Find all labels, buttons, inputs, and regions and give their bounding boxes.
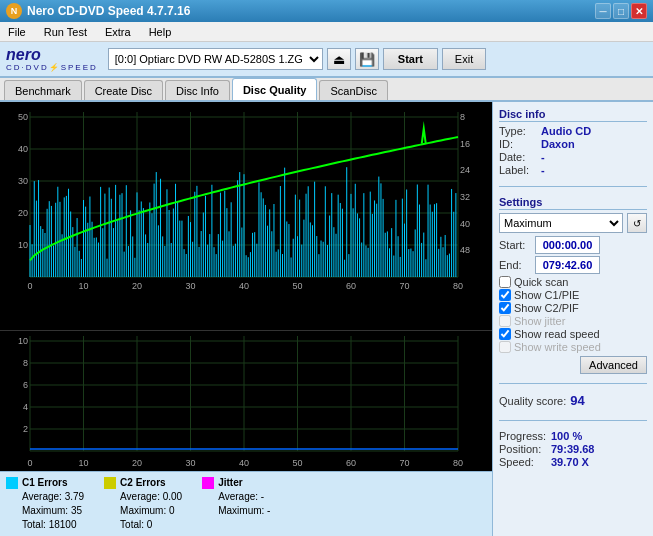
- chart-area: C1 Errors Average: 3.79 Maximum: 35 Tota…: [0, 102, 493, 536]
- lower-chart: [0, 331, 492, 471]
- divider-2: [499, 383, 647, 384]
- disc-date-label: Date:: [499, 151, 537, 163]
- quality-score-label: Quality score:: [499, 395, 566, 407]
- c2-color-swatch: [104, 477, 116, 489]
- show-read-speed-checkbox[interactable]: [499, 328, 511, 340]
- show-c1-row: Show C1/PIE: [499, 289, 647, 301]
- jitter-avg-label: Average: -: [218, 490, 270, 504]
- advanced-button[interactable]: Advanced: [580, 356, 647, 374]
- toolbar: nero CD·DVD⚡SPEED [0:0] Optiarc DVD RW A…: [0, 42, 653, 78]
- show-read-speed-label: Show read speed: [514, 328, 600, 340]
- show-c2-checkbox[interactable]: [499, 302, 511, 314]
- c1-max-label: Maximum: 35: [22, 504, 84, 518]
- speed-select[interactable]: Maximum: [499, 213, 623, 233]
- progress-value: 100 %: [551, 430, 582, 442]
- jitter-max-label: Maximum: -: [218, 504, 270, 518]
- drive-select[interactable]: [0:0] Optiarc DVD RW AD-5280S 1.ZG: [108, 48, 323, 70]
- quick-scan-row: Quick scan: [499, 276, 647, 288]
- show-jitter-checkbox: [499, 315, 511, 327]
- c2-title: C2 Errors: [120, 476, 182, 490]
- divider-3: [499, 420, 647, 421]
- right-panel: Disc info Type: Audio CD ID: Daxon Date:…: [493, 102, 653, 536]
- menu-help[interactable]: Help: [145, 23, 176, 41]
- speed-value: 39.70 X: [551, 456, 589, 468]
- c2-total-label: Total: 0: [120, 518, 182, 532]
- progress-row: Progress: 100 %: [499, 430, 647, 442]
- settings-title: Settings: [499, 196, 647, 210]
- disc-type-row: Type: Audio CD: [499, 125, 647, 137]
- show-c1-checkbox[interactable]: [499, 289, 511, 301]
- maximize-button[interactable]: □: [613, 3, 629, 19]
- disc-label-row: Label: -: [499, 164, 647, 176]
- end-time-label: End:: [499, 259, 531, 271]
- disc-id-value: Daxon: [541, 138, 575, 150]
- app-icon: N: [6, 3, 22, 19]
- menu-bar: File Run Test Extra Help: [0, 22, 653, 42]
- nero-text: nero: [6, 47, 41, 63]
- disc-type-value: Audio CD: [541, 125, 591, 137]
- menu-file[interactable]: File: [4, 23, 30, 41]
- quality-score-value: 94: [570, 393, 584, 408]
- quick-scan-label: Quick scan: [514, 276, 568, 288]
- tab-create-disc[interactable]: Create Disc: [84, 80, 163, 100]
- divider-1: [499, 186, 647, 187]
- end-time-input[interactable]: [535, 256, 600, 274]
- jitter-color-swatch: [202, 477, 214, 489]
- progress-label: Progress:: [499, 430, 547, 442]
- end-time-row: End:: [499, 256, 647, 274]
- tab-benchmark[interactable]: Benchmark: [4, 80, 82, 100]
- quality-score-row: Quality score: 94: [499, 393, 647, 408]
- c1-title: C1 Errors: [22, 476, 84, 490]
- nero-sub: CD·DVD⚡SPEED: [6, 63, 98, 72]
- disc-label-value: -: [541, 164, 545, 176]
- legend-c2: C2 Errors Average: 0.00 Maximum: 0 Total…: [104, 476, 182, 532]
- tab-disc-quality[interactable]: Disc Quality: [232, 78, 318, 100]
- show-write-speed-label: Show write speed: [514, 341, 601, 353]
- eject-icon-btn[interactable]: ⏏: [327, 48, 351, 70]
- quick-scan-checkbox[interactable]: [499, 276, 511, 288]
- disc-date-value: -: [541, 151, 545, 163]
- menu-extra[interactable]: Extra: [101, 23, 135, 41]
- window-title: Nero CD-DVD Speed 4.7.7.16: [27, 4, 190, 18]
- refresh-icon-btn[interactable]: ↺: [627, 213, 647, 233]
- tab-scan-disc[interactable]: ScanDisc: [319, 80, 387, 100]
- close-button[interactable]: ✕: [631, 3, 647, 19]
- show-c2-row: Show C2/PIF: [499, 302, 647, 314]
- minimize-button[interactable]: ─: [595, 3, 611, 19]
- show-read-speed-row: Show read speed: [499, 328, 647, 340]
- position-row: Position: 79:39.68: [499, 443, 647, 455]
- start-time-row: Start:: [499, 236, 647, 254]
- disc-id-row: ID: Daxon: [499, 138, 647, 150]
- c2-avg-label: Average: 0.00: [120, 490, 182, 504]
- speed-label: Speed:: [499, 456, 547, 468]
- show-write-speed-row: Show write speed: [499, 341, 647, 353]
- c2-max-label: Maximum: 0: [120, 504, 182, 518]
- upper-chart: [0, 102, 492, 331]
- disc-label-label: Label:: [499, 164, 537, 176]
- main-content: C1 Errors Average: 3.79 Maximum: 35 Tota…: [0, 102, 653, 536]
- c1-avg-label: Average: 3.79: [22, 490, 84, 504]
- menu-run-test[interactable]: Run Test: [40, 23, 91, 41]
- speed-row: Maximum ↺: [499, 213, 647, 233]
- c1-total-label: Total: 18100: [22, 518, 84, 532]
- start-time-input[interactable]: [535, 236, 600, 254]
- tab-disc-info[interactable]: Disc Info: [165, 80, 230, 100]
- legend-c1: C1 Errors Average: 3.79 Maximum: 35 Tota…: [6, 476, 84, 532]
- disc-info-title: Disc info: [499, 108, 647, 122]
- disc-date-row: Date: -: [499, 151, 647, 163]
- c1-color-swatch: [6, 477, 18, 489]
- exit-button[interactable]: Exit: [442, 48, 486, 70]
- disc-info-section: Disc info Type: Audio CD ID: Daxon Date:…: [499, 108, 647, 177]
- progress-section: Progress: 100 % Position: 79:39.68 Speed…: [499, 430, 647, 469]
- jitter-title: Jitter: [218, 476, 270, 490]
- show-jitter-label: Show jitter: [514, 315, 565, 327]
- quality-section: Quality score: 94: [499, 393, 647, 411]
- position-label: Position:: [499, 443, 547, 455]
- save-icon-btn[interactable]: 💾: [355, 48, 379, 70]
- disc-id-label: ID:: [499, 138, 537, 150]
- position-value: 79:39.68: [551, 443, 594, 455]
- title-bar: N Nero CD-DVD Speed 4.7.7.16 ─ □ ✕: [0, 0, 653, 22]
- show-c1-label: Show C1/PIE: [514, 289, 579, 301]
- show-write-speed-checkbox: [499, 341, 511, 353]
- start-button[interactable]: Start: [383, 48, 438, 70]
